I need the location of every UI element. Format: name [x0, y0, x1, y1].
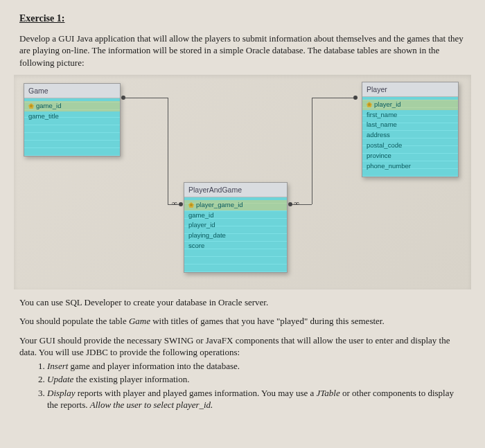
- list-item: Display reports with player and played g…: [47, 387, 466, 411]
- connector-endpoint: [179, 202, 183, 206]
- er-diagram: Game game_id game_title Player player_id…: [14, 75, 471, 289]
- table-row: last_name: [367, 120, 454, 130]
- field-label: game_id: [188, 211, 213, 220]
- table-game: Game game_id game_title: [24, 83, 121, 157]
- field-label: phone_number: [367, 162, 411, 171]
- connector-line: [168, 98, 168, 204]
- list-item: Insert game and player information into …: [47, 360, 466, 373]
- connector-line: [312, 98, 353, 98]
- text-span: the existing player information.: [73, 374, 189, 384]
- table-player-and-game: PlayerAndGame player_game_id game_id pla…: [184, 182, 288, 273]
- field-label: last_name: [367, 120, 397, 129]
- field-label: address: [367, 131, 390, 140]
- list-item: Update the existing player information.: [47, 373, 466, 386]
- table-row: player_game_id: [184, 200, 287, 210]
- paragraph-gui: Your GUI should provide the necessary SW…: [19, 334, 466, 411]
- connector-endpoint: [288, 202, 292, 206]
- table-player: Player player_id first_name last_name ad…: [362, 82, 459, 178]
- infinity-icon: ∞: [294, 198, 299, 208]
- field-label: postal_code: [367, 141, 402, 150]
- field-label: game_id: [36, 102, 61, 111]
- field-label: player_game_id: [196, 201, 243, 210]
- text-italic: Insert: [47, 361, 68, 371]
- table-pag-header: PlayerAndGame: [184, 183, 287, 197]
- connector-line: [123, 98, 168, 98]
- intro-paragraph: Develop a GUI Java application that will…: [19, 33, 466, 69]
- connector-endpoint: [353, 96, 358, 100]
- table-row: phone_number: [367, 161, 454, 172]
- table-player-header: Player: [362, 82, 458, 97]
- table-row: province: [367, 151, 454, 161]
- field-label: score: [188, 242, 204, 251]
- text-italic: Update: [47, 374, 73, 384]
- paragraph-populate: You should populate the table Game with …: [19, 315, 466, 328]
- table-row: player_id: [362, 100, 458, 110]
- table-row: postal_code: [367, 141, 454, 151]
- table-row: game_title: [28, 111, 116, 122]
- field-label: player_id: [188, 221, 215, 230]
- text-italic: Display: [47, 388, 75, 398]
- table-row: score: [188, 241, 283, 251]
- key-icon: [188, 202, 194, 208]
- table-game-header: Game: [24, 84, 120, 98]
- infinity-icon: ∞: [172, 198, 177, 208]
- text-span: You should populate the table: [19, 316, 129, 326]
- table-row: player_id: [188, 220, 283, 231]
- text-italic: JTable: [317, 388, 340, 398]
- table-row: game_id: [24, 101, 120, 111]
- field-label: player_id: [374, 100, 401, 109]
- operations-list: Insert game and player information into …: [47, 360, 466, 411]
- field-label: province: [367, 152, 391, 161]
- text-span: reports with player and played games inf…: [75, 388, 316, 398]
- field-label: game_title: [28, 112, 59, 121]
- exercise-heading: Exercise 1:: [19, 12, 466, 26]
- table-row: playing_date: [188, 231, 283, 241]
- table-row: first_name: [367, 110, 454, 120]
- table-row: address: [367, 130, 454, 141]
- table-row: game_id: [188, 210, 283, 221]
- text-italic: Allow the user to select player_id.: [90, 400, 213, 410]
- text-span: Your GUI should provide the necessary SW…: [19, 335, 450, 358]
- text-span: game and player information into the dat…: [68, 361, 240, 371]
- connector-line: [312, 98, 312, 204]
- key-icon: [28, 103, 34, 109]
- field-label: first_name: [367, 111, 397, 120]
- text-span: with titles of games that you have "play…: [150, 316, 385, 326]
- paragraph-sql-dev: You can use SQL Developer to create your…: [19, 296, 466, 309]
- field-label: playing_date: [188, 231, 226, 240]
- key-icon: [367, 102, 372, 107]
- text-italic: Game: [129, 316, 150, 326]
